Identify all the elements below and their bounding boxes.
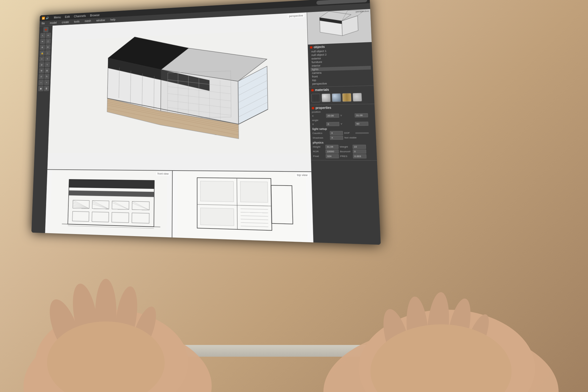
pos-x-label: X <box>312 114 325 117</box>
ror-label: ROR <box>313 150 324 153</box>
angle-y-label: Y <box>340 122 354 125</box>
front-view-svg <box>45 170 172 237</box>
move-tool[interactable]: + <box>38 80 44 85</box>
not-visible-label: Not visible <box>344 136 361 139</box>
caustics-row: Caustics X DOF <box>313 131 374 135</box>
menu-file[interactable]: file <box>41 22 45 25</box>
menu-create[interactable]: create <box>62 21 69 24</box>
gear-tool[interactable]: ⚙ <box>39 62 44 68</box>
main-content: ↖ ✏ ✒ ◻ ⊕ ⊖ 🔒 ⌂ ✂ ≡ <box>31 9 381 245</box>
viewport-front[interactable]: front view <box>45 170 173 237</box>
image-tool[interactable]: ▣ <box>38 86 44 91</box>
svg-rect-70 <box>201 181 234 202</box>
angle-y-value[interactable]: 90 <box>355 122 368 126</box>
angle-label: angle <box>312 118 373 122</box>
menu-item-channels[interactable]: Channels <box>74 14 86 18</box>
pos-y-value[interactable]: 31.06 <box>355 113 368 117</box>
menu-window[interactable]: window <box>96 19 105 22</box>
pres-value[interactable]: 0.003 <box>353 154 366 158</box>
objects-title: objects <box>314 45 325 49</box>
sound-icon: 🔊 <box>46 16 49 19</box>
objects-indicator <box>310 46 313 49</box>
cut-tool[interactable]: ✂ <box>39 56 44 62</box>
menu-tools[interactable]: tools <box>74 20 80 23</box>
svg-rect-71 <box>240 181 268 202</box>
menu-model[interactable]: model <box>50 21 57 24</box>
physics-row3: Float 324 PRES 0.003 <box>313 154 375 158</box>
properties-header: properties <box>312 105 373 110</box>
menu-item-browse[interactable]: Browse <box>90 13 100 17</box>
shadows-value[interactable]: X <box>330 136 343 140</box>
ror-value[interactable]: 10000 <box>325 149 339 154</box>
swatch-wood[interactable] <box>342 93 352 102</box>
shape-tool[interactable]: ◻ <box>46 39 51 44</box>
cursor-tool[interactable]: ↖ <box>40 33 46 39</box>
float-label: Float <box>313 155 325 158</box>
caustics-value[interactable]: X <box>330 131 343 135</box>
zoom-in-tool[interactable]: ⊕ <box>40 44 45 50</box>
top-view-svg <box>172 171 313 242</box>
objects-section: objects null object 1 null object 2 exte… <box>308 42 374 87</box>
float-value[interactable]: 324 <box>326 154 339 158</box>
laptop-screen: 📶 🔊 Menu Edit Channels Browse file model… <box>31 0 381 245</box>
shadows-row: Shadows X Not visible <box>313 136 374 140</box>
dof-value[interactable] <box>355 132 369 134</box>
record-button[interactable] <box>43 27 49 33</box>
properties-title: properties <box>315 106 331 110</box>
menu-mesh[interactable]: mesh <box>85 19 91 23</box>
mini-preview: perspective <box>307 9 372 45</box>
light-setup-header: light setup <box>312 127 374 131</box>
title-bar-icons: 📶 🔊 <box>42 16 49 19</box>
right-panel: perspective objects <box>307 9 381 245</box>
home-tool[interactable]: ⌂ <box>45 50 50 56</box>
grid-tool[interactable]: ⊞ <box>44 68 50 73</box>
building-3d-view <box>47 12 311 171</box>
angle-x-value[interactable]: 0 <box>326 122 340 126</box>
swatch-metal[interactable] <box>321 94 331 102</box>
rotate-tool[interactable]: ↺ <box>39 74 44 79</box>
shadows-label: Shadows <box>313 136 329 139</box>
lock-tool[interactable]: 🔒 <box>39 50 45 56</box>
caustics-label: Caustics <box>313 132 329 135</box>
swatch-glass[interactable] <box>332 93 341 102</box>
settings-tool[interactable]: ⚒ <box>39 68 44 74</box>
menu-help[interactable]: help <box>110 18 115 21</box>
delete-tool[interactable]: 🗑 <box>44 86 49 91</box>
position-row: X 20.06 Y 31.06 <box>312 113 373 118</box>
pos-x-value[interactable]: 20.06 <box>326 114 339 118</box>
list-tool[interactable]: ≡ <box>45 56 50 61</box>
menu-item-edit[interactable]: Edit <box>65 15 70 19</box>
height-value[interactable]: 31.06 <box>325 145 339 149</box>
angle-x-label: X <box>312 123 325 126</box>
zoom-out-tool[interactable]: ⊖ <box>45 44 51 50</box>
physics-header: physics <box>313 141 374 144</box>
properties-indicator <box>312 107 314 109</box>
svg-rect-41 <box>69 179 154 189</box>
edit-tool[interactable]: ✏ <box>46 33 51 38</box>
weight-value[interactable]: 22 <box>353 145 366 149</box>
viewport-top[interactable]: top view <box>172 171 313 242</box>
bounce-value[interactable]: 0 <box>353 149 366 154</box>
pres-label: PRES <box>340 155 352 158</box>
top-viewport-label: top view <box>295 173 309 177</box>
text-tool[interactable]: T <box>45 62 50 67</box>
svg-rect-72 <box>201 208 234 226</box>
viewport-perspective[interactable]: perspective <box>47 12 311 172</box>
swatch-brick[interactable] <box>311 94 320 103</box>
app-ui: 📶 🔊 Menu Edit Channels Browse file model… <box>31 0 381 245</box>
reset-tool[interactable]: ↻ <box>44 74 49 79</box>
weight-label: Weight <box>340 145 352 148</box>
materials-section: materials <box>309 86 375 105</box>
menu-item-menu[interactable]: Menu <box>54 16 61 19</box>
bounce-label: Bounce# <box>340 150 352 153</box>
swatch-concrete[interactable] <box>353 93 362 102</box>
pos-y-label: Y <box>340 114 353 117</box>
properties-section: properties position X 20.06 Y 31.06 angl… <box>310 104 377 161</box>
viewport-area: perspective <box>45 12 313 242</box>
pen-tool[interactable]: ✒ <box>40 39 45 44</box>
physics-row1: Height 31.06 Weight 22 <box>313 145 375 149</box>
add-tool[interactable]: + <box>44 80 49 85</box>
materials-header: materials <box>311 87 372 92</box>
position-label: position <box>312 110 373 113</box>
viewport-bottom-row: front view <box>45 170 313 242</box>
